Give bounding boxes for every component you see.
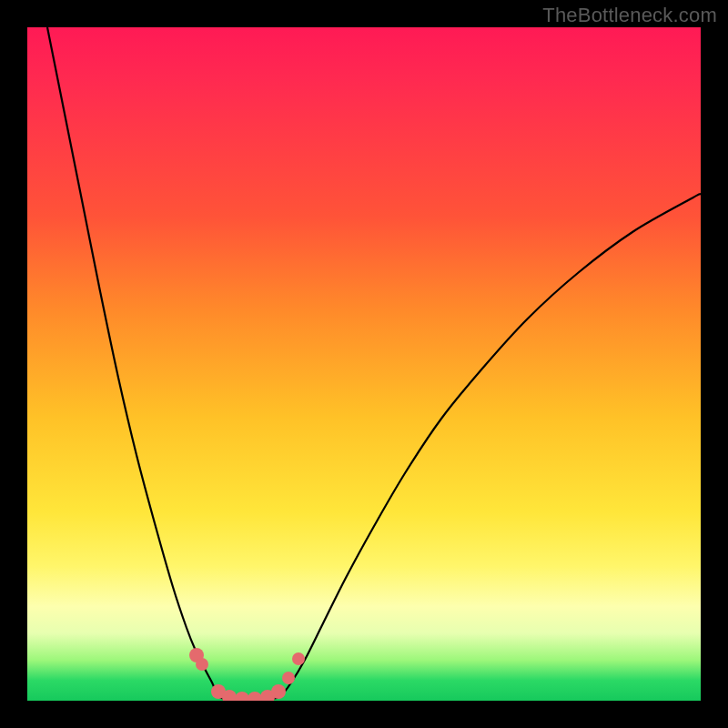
valley-marker — [282, 672, 295, 684]
valley-marker — [248, 692, 262, 701]
valley-marker — [235, 692, 249, 701]
outer-frame: TheBottleneck.com — [0, 0, 728, 728]
bottleneck-curve — [47, 27, 701, 700]
valley-marker — [271, 684, 286, 699]
plot-area — [27, 27, 701, 701]
valley-marker — [196, 658, 208, 671]
watermark-text: TheBottleneck.com — [542, 4, 717, 27]
valley-marker — [292, 652, 305, 665]
bottleneck-curve-svg — [27, 27, 701, 701]
